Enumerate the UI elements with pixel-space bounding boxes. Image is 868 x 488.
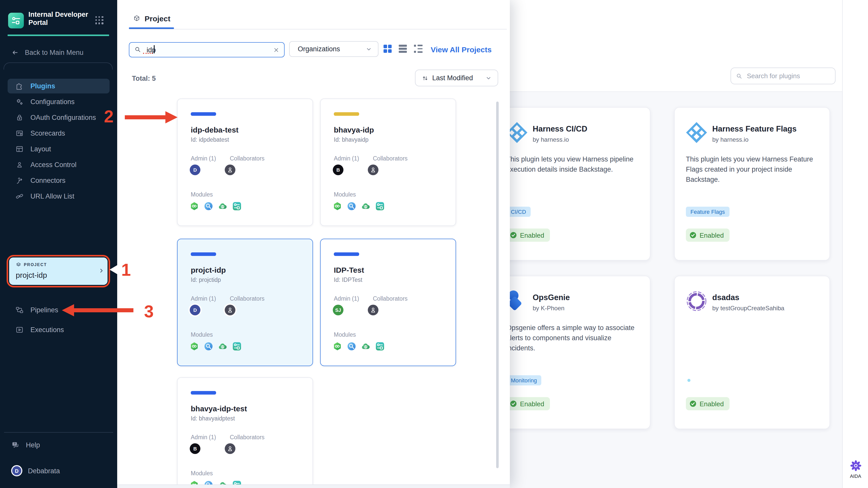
sidebar-item-scorecards[interactable]: Scorecards — [8, 126, 110, 141]
lock-icon — [15, 113, 24, 122]
sidebar-item-oauth-configurations[interactable]: OAuth Configurations — [8, 110, 110, 125]
plugin-title: dsadas — [712, 293, 739, 302]
chevron-down-icon — [486, 75, 492, 81]
project-card-idp-test[interactable]: IDP-Test Id: IDPTest Admin (1) Collabora… — [320, 239, 456, 366]
annotation-arrowhead-2 — [165, 111, 178, 123]
admin-label: Admin (1) — [334, 295, 359, 302]
project-id: Id: bhavyaidp — [334, 137, 369, 143]
collaborator-avatar — [225, 165, 236, 175]
sidebar-item-connectors[interactable]: Connectors — [8, 173, 110, 188]
tab-project-label: Project — [145, 14, 170, 23]
idp-module-icon — [375, 342, 384, 351]
clear-search-icon[interactable] — [273, 47, 279, 53]
project-card-bhavya-idp-test[interactable]: bhavya-idp-test Id: bhavyaidptest Admin … — [177, 377, 313, 488]
rows-view-toggle[interactable] — [399, 45, 407, 53]
person-icon — [369, 166, 377, 174]
sidebar-item-executions[interactable]: Executions — [8, 322, 110, 337]
plugins-search-field[interactable] — [731, 67, 836, 84]
app-switcher-icon[interactable] — [95, 16, 103, 24]
ccm-module-icon — [218, 342, 227, 351]
status-badge: Enabled — [686, 229, 729, 242]
plugin-tag: Monitoring — [506, 375, 541, 385]
modal-scrollbar[interactable] — [496, 102, 499, 468]
project-card-color-bar — [191, 252, 216, 256]
plugin-author: by K-Phoen — [533, 305, 564, 312]
cd-module-icon — [190, 342, 199, 351]
annotation-arrowhead-3 — [62, 304, 74, 316]
modules-label: Modules — [334, 192, 356, 198]
status-badge: Enabled — [506, 397, 550, 410]
list-view-toggle[interactable] — [414, 45, 423, 53]
admin-avatar: B — [333, 165, 343, 175]
sidebar-item-access-control[interactable]: Access Control — [8, 157, 110, 172]
dsadas-logo-icon — [685, 289, 708, 313]
plugin-title: Harness CI/CD — [533, 124, 587, 134]
cd-module-icon — [333, 342, 342, 351]
plugin-title: Harness Feature Flags — [712, 124, 797, 134]
plugin-card-opsgenie[interactable]: OpsGenie by K-Phoen Opsgenie offers a si… — [495, 276, 650, 429]
ccm-module-icon — [361, 342, 370, 351]
organizations-dropdown[interactable]: Organizations — [289, 41, 378, 57]
collaborator-avatar — [225, 443, 236, 454]
status-badge: Enabled — [506, 229, 550, 242]
puzzle-icon — [15, 82, 24, 90]
back-to-main-menu[interactable]: Back to Main Menu — [11, 49, 84, 56]
project-card-bhavya-idp[interactable]: bhavya-idp Id: bhavyaidp Admin (1) Colla… — [320, 98, 456, 226]
collaborator-avatar — [225, 305, 236, 315]
admin-avatar: D — [190, 305, 200, 315]
plugin-card-harness-cicd[interactable]: Harness CI/CD by harness.io This plugin … — [495, 107, 650, 260]
sidebar-item-url-allow-list[interactable]: URL Allow List — [8, 189, 110, 204]
view-all-projects-link[interactable]: View All Projects — [431, 45, 492, 54]
idp-module-icon — [232, 342, 242, 351]
admin-avatar: D — [190, 165, 200, 175]
project-id: Id: IDPTest — [334, 277, 363, 283]
aida-assistant-button[interactable]: AIDA — [843, 460, 868, 479]
sidebar-item-configurations[interactable]: Configurations — [8, 94, 110, 109]
project-picker-modal: Project Organizations View All Projects … — [117, 0, 510, 488]
annotation-arrow-3 — [74, 308, 133, 312]
chaos-module-icon — [204, 202, 213, 211]
organizations-dropdown-value: Organizations — [298, 45, 340, 53]
project-id: Id: bhavyaidptest — [191, 415, 235, 422]
project-card-color-bar — [191, 391, 216, 394]
sort-arrows-icon — [422, 75, 429, 82]
plugin-card-harness-feature-flags[interactable]: Harness Feature Flags by harness.io This… — [674, 107, 830, 260]
annotation-number-3: 3 — [144, 302, 154, 321]
grid-view-toggle[interactable] — [383, 45, 392, 53]
sidebar-item-plugins[interactable]: Plugins — [8, 79, 110, 93]
tab-divider — [129, 29, 507, 29]
project-search-field[interactable] — [129, 42, 285, 57]
check-circle-icon — [510, 232, 517, 239]
sort-dropdown-value: Last Modified — [432, 74, 473, 82]
annotation-number-1: 1 — [121, 260, 131, 280]
sidebar: Internal Developer Portal Back to Main M… — [0, 0, 117, 488]
project-name: bhavya-idp — [334, 125, 374, 134]
link-icon — [15, 192, 24, 201]
help-button[interactable]: ? Help — [11, 441, 40, 450]
chaos-module-icon — [204, 342, 213, 351]
project-selector-value: projct-idp — [16, 271, 47, 279]
plugin-description: Opsgenie offers a simple way to associat… — [506, 323, 640, 353]
check-circle-icon — [689, 400, 696, 407]
project-selector[interactable]: PROJECT projct-idp — [9, 257, 107, 285]
plugins-search-input[interactable] — [746, 71, 830, 80]
project-name: idp-deba-test — [191, 125, 239, 134]
avatar: D — [11, 465, 22, 476]
project-card-idp-deba-test[interactable]: idp-deba-test Id: idpdebatest Admin (1) … — [177, 98, 313, 226]
app-title: Internal Developer Portal — [28, 11, 93, 27]
tab-project[interactable]: Project — [133, 14, 170, 23]
project-name: projct-idp — [191, 265, 226, 274]
sort-dropdown[interactable]: Last Modified — [415, 69, 498, 86]
sidebar-item-layout[interactable]: Layout — [8, 142, 110, 156]
chaos-module-icon — [347, 202, 356, 211]
tiny-tag-dot — [687, 379, 690, 382]
project-id: Id: idpdebatest — [191, 137, 229, 143]
project-name: IDP-Test — [334, 265, 364, 274]
collaborator-avatar — [368, 305, 378, 315]
collaborators-label: Collaborators — [373, 155, 408, 162]
project-search-input[interactable] — [146, 46, 264, 54]
user-menu[interactable]: D Debabrata — [11, 465, 60, 476]
plugin-card-dsadas[interactable]: dsadas by testGroupCreateSahiba Enabled — [674, 276, 830, 429]
right-rail: AIDA — [842, 0, 868, 488]
project-card-projct-idp[interactable]: projct-idp Id: projctidp Admin (1) Colla… — [177, 239, 313, 366]
